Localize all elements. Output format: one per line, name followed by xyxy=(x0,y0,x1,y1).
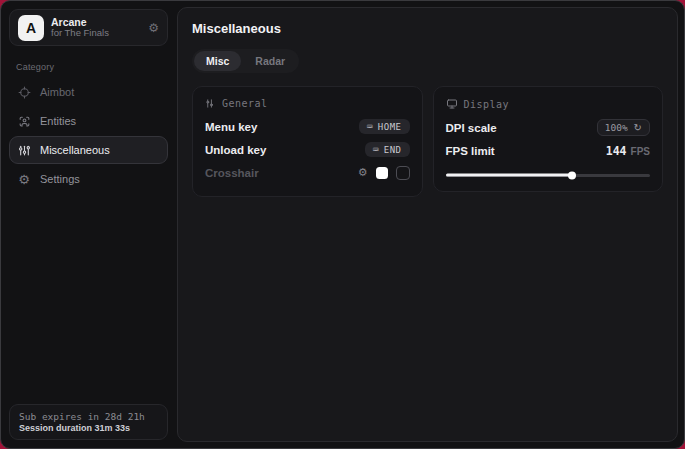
sidebar-item-entities[interactable]: Entities xyxy=(9,107,168,135)
app-logo: A xyxy=(18,15,44,41)
sidebar: A Arcane for The Finals ⚙ Category Aimbo… xyxy=(1,1,176,448)
dpi-scale-value: 100% xyxy=(605,122,628,133)
keyboard-icon: ⌨ xyxy=(373,145,379,155)
sub-expires-text: Sub expires in 28d 21h xyxy=(19,411,158,422)
crosshair-color-swatch[interactable] xyxy=(376,167,388,179)
crosshair-row: Crosshair ⚙ xyxy=(205,161,410,184)
sidebar-item-label: Aimbot xyxy=(40,86,74,98)
gear-icon: ⚙ xyxy=(17,172,31,187)
dpi-scale-label: DPI scale xyxy=(446,122,497,134)
sidebar-item-label: Settings xyxy=(40,173,80,185)
unload-key-row: Unload key ⌨ END xyxy=(205,138,410,161)
tab-misc[interactable]: Misc xyxy=(194,51,241,71)
unload-key-bind-button[interactable]: ⌨ END xyxy=(365,142,410,157)
sidebar-item-label: Entities xyxy=(40,115,76,127)
slider-thumb[interactable] xyxy=(568,171,576,179)
fps-limit-row: FPS limit 144 FPS xyxy=(446,139,651,162)
slider-fill xyxy=(446,174,573,177)
cards-row: General Menu key ⌨ HOME Unload key ⌨ END xyxy=(192,86,663,197)
gear-icon[interactable]: ⚙ xyxy=(148,21,159,35)
fps-limit-slider[interactable] xyxy=(446,171,651,179)
brand-text: Arcane for The Finals xyxy=(51,16,141,39)
display-card-header: Display xyxy=(446,96,651,116)
general-card-title: General xyxy=(222,98,268,109)
sidebar-item-settings[interactable]: ⚙ Settings xyxy=(9,165,168,193)
refresh-icon[interactable]: ↻ xyxy=(634,123,642,133)
general-card: General Menu key ⌨ HOME Unload key ⌨ END xyxy=(192,86,423,197)
crosshair-toggle-checkbox[interactable] xyxy=(396,166,410,180)
sidebar-item-label: Miscellaneous xyxy=(40,144,110,156)
page-title: Miscellaneous xyxy=(192,21,663,36)
dpi-scale-row: DPI scale 100% ↻ xyxy=(446,116,651,139)
menu-key-label: Menu key xyxy=(205,121,257,133)
brand-subtitle: for The Finals xyxy=(51,28,141,39)
general-card-header: General xyxy=(205,96,410,115)
menu-key-row: Menu key ⌨ HOME xyxy=(205,115,410,138)
display-card-title: Display xyxy=(464,99,510,110)
dpi-scale-control[interactable]: 100% ↻ xyxy=(597,119,650,136)
fps-limit-label: FPS limit xyxy=(446,145,495,157)
unload-key-label: Unload key xyxy=(205,144,266,156)
gear-icon[interactable]: ⚙ xyxy=(358,167,368,178)
display-card: Display DPI scale 100% ↻ FPS limit 144 F… xyxy=(433,86,664,192)
fps-limit-unit: FPS xyxy=(631,146,650,157)
session-duration-text: Session duration 31m 33s xyxy=(19,423,158,433)
fps-limit-value-wrap: 144 FPS xyxy=(606,144,650,158)
sidebar-spacer xyxy=(1,193,176,396)
crosshair-label: Crosshair xyxy=(205,167,259,179)
tab-bar: Misc Radar xyxy=(192,49,299,73)
unload-key-bind-value: END xyxy=(384,145,402,155)
menu-key-bind-value: HOME xyxy=(378,122,402,132)
monitor-icon xyxy=(446,98,458,110)
tab-radar[interactable]: Radar xyxy=(243,51,297,71)
category-label: Category xyxy=(1,54,176,78)
app-window: A Arcane for The Finals ⚙ Category Aimbo… xyxy=(0,0,685,449)
sidebar-item-miscellaneous[interactable]: Miscellaneous xyxy=(9,136,168,164)
person-scan-icon xyxy=(17,115,31,128)
crosshair-icon xyxy=(17,86,31,99)
main-panel: Miscellaneous Misc Radar General Menu ke… xyxy=(177,7,678,442)
subscription-card: Sub expires in 28d 21h Session duration … xyxy=(9,404,168,440)
sidebar-nav: Aimbot Entities Miscellaneous xyxy=(1,78,176,193)
crosshair-controls: ⚙ xyxy=(358,166,410,180)
fps-limit-value: 144 xyxy=(606,144,627,158)
brand-card: A Arcane for The Finals ⚙ xyxy=(9,9,168,46)
sliders-icon xyxy=(205,98,216,109)
sliders-icon xyxy=(17,144,31,157)
menu-key-bind-button[interactable]: ⌨ HOME xyxy=(359,119,410,134)
sidebar-item-aimbot[interactable]: Aimbot xyxy=(9,78,168,106)
keyboard-icon: ⌨ xyxy=(367,122,373,132)
